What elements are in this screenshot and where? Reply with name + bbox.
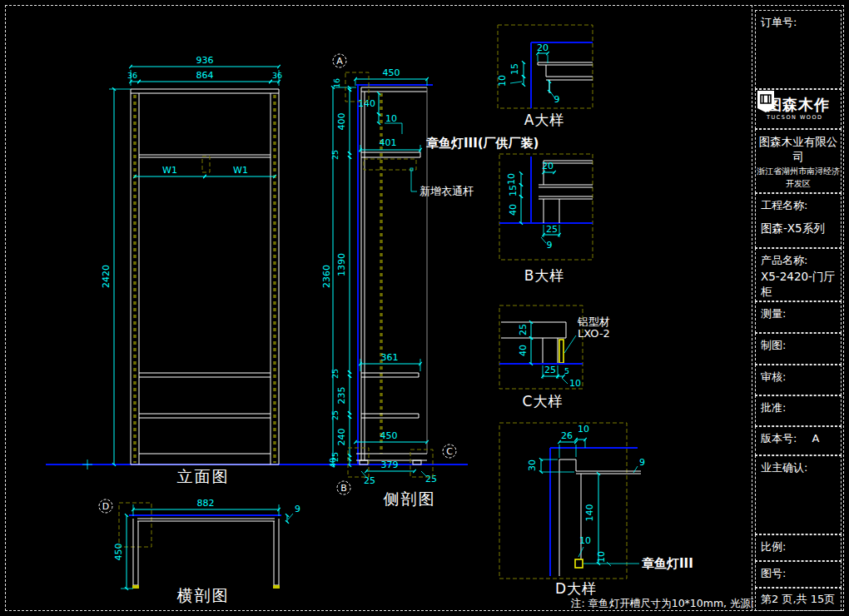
lamp-annotation: 章鱼灯III(厂供厂装) — [426, 136, 539, 151]
dim-w1-right: W1 — [233, 165, 248, 176]
detail-c-dim-10: 10 — [569, 378, 581, 389]
dim-25c: 25 — [330, 410, 340, 420]
dim-total-height: 2360 — [321, 265, 332, 288]
detail-c-dim-5: 5 — [564, 366, 569, 375]
aluminum-profile-strip — [559, 340, 564, 363]
cross-section-dim-height: 450 — [113, 544, 124, 561]
octopus-light-slot — [575, 559, 583, 568]
owner-confirm-cell: 业主确认: — [755, 455, 842, 534]
dim-edge-left: 36 — [127, 71, 137, 80]
marker-b-label: B — [340, 483, 347, 494]
dim-16: 16 — [332, 78, 341, 88]
elevation-view: 936 36 864 36 2420 W1 W1 立面图 — [82, 55, 282, 485]
profile-annotation-line2: LXO-2 — [578, 327, 610, 340]
detail-b-dim-15: 15 — [508, 185, 519, 196]
detail-b-dim-20: 20 — [542, 161, 554, 171]
cross-section-view: D 882 450 9 横剖图 — [99, 498, 300, 604]
dim-235: 235 — [336, 387, 347, 405]
detail-c-label: C大样 — [523, 393, 564, 410]
dim-379: 379 — [381, 460, 399, 470]
dim-1390: 1390 — [336, 253, 347, 276]
measure-label: 测量: — [756, 302, 841, 321]
leg-cap-right — [273, 585, 280, 589]
wardrobe-rod-hidden — [364, 159, 416, 170]
logo-name: 图森木作 — [767, 97, 830, 112]
scale-label: 比例: — [756, 535, 841, 554]
detail-d-dim-10c: 10 — [596, 551, 607, 563]
drawing-number-label: 图号: — [756, 562, 841, 581]
detail-d-dim-10b: 10 — [579, 535, 591, 546]
dim-height: 2420 — [101, 265, 112, 288]
dim-140: 140 — [358, 98, 375, 109]
marker-c-label: C — [446, 446, 453, 457]
version-cell: 版本号: A — [755, 426, 842, 455]
detail-d-view: 26 10 30 140 10 10 9 章鱼灯III D大样 — [499, 423, 693, 597]
leg-cap-left — [132, 585, 139, 589]
scale-cell: 比例: — [755, 534, 842, 561]
order-number-cell: 订单号: — [755, 10, 842, 89]
company-address-line1: 浙江省湖州市南浔经济开发区 — [756, 165, 841, 190]
drawing-canvas: 936 36 864 36 2420 W1 W1 立面图 — [0, 0, 753, 616]
order-number-label: 订单号: — [756, 11, 841, 30]
detail-c-dim-25a: 25 — [518, 324, 529, 335]
owner-confirm-label: 业主确认: — [756, 456, 841, 475]
marker-d-label: D — [102, 501, 109, 512]
dim-401: 401 — [380, 137, 397, 148]
dim-top-depth: 450 — [383, 67, 400, 78]
detail-d-dim-140: 140 — [584, 504, 595, 522]
detail-a-dim-9: 9 — [554, 94, 560, 105]
drawing-number-cell: 图号: — [755, 561, 842, 588]
version-value: A — [801, 432, 820, 445]
octopus-light-annotation: 章鱼灯III — [642, 556, 693, 571]
detail-b-view: 20 10 15 40 25 9 B大样 — [499, 154, 593, 284]
version-label: 版本号: — [761, 432, 797, 445]
approve-label: 批准: — [756, 396, 841, 415]
detail-b-dim-9: 9 — [547, 240, 553, 251]
dim-base-depth: 450 — [380, 430, 398, 441]
cad-drawing-sheet: 936 36 864 36 2420 W1 W1 立面图 — [0, 0, 849, 616]
dim-25a: 25 — [330, 150, 340, 160]
product-cell: 产品名称: X5-2420-门厅柜 -1# — [755, 248, 842, 301]
project-cell: 工程名称: 图森-X5系列 — [755, 193, 842, 248]
review-cell: 审核: — [755, 365, 842, 395]
dim-w1-left: W1 — [162, 165, 177, 176]
elevation-view-label: 立面图 — [177, 467, 230, 485]
detail-b-dim-40: 40 — [508, 204, 519, 216]
rod-annotation: 新增衣通杆 — [420, 185, 474, 197]
logo-subtitle: TUCSON WOOD — [767, 114, 830, 121]
review-label: 审核: — [756, 365, 841, 385]
detail-d-dim-30: 30 — [527, 460, 538, 471]
draft-cell: 制图: — [755, 333, 842, 365]
marker-a-label: A — [336, 56, 343, 67]
dim-edge-right: 36 — [272, 71, 282, 80]
project-label: 工程名称: — [756, 194, 841, 213]
product-label: 产品名称: — [756, 249, 841, 268]
detail-d-dim-26: 26 — [561, 430, 573, 441]
company-cell: 图森木业有限公司 浙江省湖州市南浔经济开发区 漾东路1号 — [755, 129, 842, 193]
detail-b-label: B大样 — [524, 267, 565, 284]
detail-a-dim-20: 20 — [537, 42, 549, 53]
side-section-view: 450 140 10 章鱼灯III(厂供厂装) 401 新增衣通杆 — [321, 54, 539, 508]
cross-section-dim-9: 9 — [295, 504, 300, 514]
dim-total-width: 936 — [196, 55, 214, 66]
dim-foot-left: 25 — [364, 475, 375, 486]
dim-shelf-depth: 361 — [381, 352, 399, 363]
approve-cell: 批准: — [755, 395, 842, 426]
cross-section-dim-width: 882 — [197, 498, 215, 509]
product-value-line1: X5-2420-门厅柜 — [756, 268, 841, 300]
hidden-fitting-box — [202, 156, 210, 172]
side-section-view-label: 侧剖图 — [384, 489, 436, 508]
project-value: 图森-X5系列 — [756, 213, 841, 236]
tucson-logo-icon — [756, 90, 776, 113]
detail-a-dim-15: 15 — [509, 63, 520, 75]
dim-10: 10 — [385, 113, 397, 124]
dim-240: 240 — [336, 429, 347, 446]
detail-b-dim-25: 25 — [546, 224, 558, 235]
dim-inner-width: 864 — [196, 70, 214, 81]
sheet-note: 注: 章鱼灯开槽尺寸为10*10mm, 光源面朝内 — [570, 597, 753, 609]
detail-a-dim-10: 10 — [497, 75, 508, 87]
draft-label: 制图: — [756, 334, 841, 353]
measure-cell: 测量: — [755, 301, 842, 333]
detail-d-dim-10a: 10 — [578, 424, 589, 435]
logo-cell: 图森木作 TUCSON WOOD — [755, 89, 842, 129]
